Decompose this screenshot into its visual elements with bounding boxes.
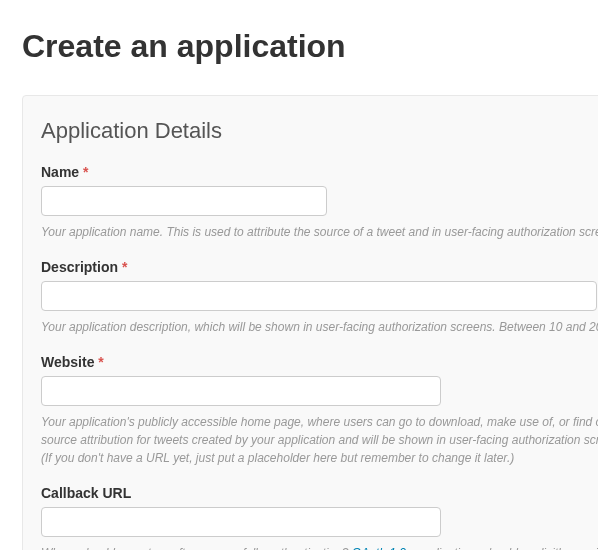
required-asterisk: * [122, 259, 127, 275]
website-help-line1: Your application's publicly accessible h… [41, 415, 598, 429]
website-label-text: Website [41, 354, 94, 370]
field-callback-url: Callback URL Where should we return afte… [41, 485, 588, 550]
description-label-text: Description [41, 259, 118, 275]
oauth-link[interactable]: OAuth 1.0a [352, 546, 413, 550]
page-title: Create an application [22, 28, 598, 65]
callback-help: Where should we return after successfull… [41, 544, 588, 550]
callback-label: Callback URL [41, 485, 588, 501]
name-input[interactable] [41, 186, 327, 216]
name-help: Your application name. This is used to a… [41, 223, 588, 241]
application-details-panel: Application Details Name * Your applicat… [22, 95, 598, 550]
field-website: Website * Your application's publicly ac… [41, 354, 588, 467]
description-input[interactable] [41, 281, 597, 311]
description-help: Your application description, which will… [41, 318, 588, 336]
website-label: Website * [41, 354, 588, 370]
website-help-line3: (If you don't have a URL yet, just put a… [41, 451, 514, 465]
name-label-text: Name [41, 164, 79, 180]
panel-title: Application Details [41, 118, 588, 144]
callback-url-input[interactable] [41, 507, 441, 537]
website-help-line2: source attribution for tweets created by… [41, 433, 598, 447]
field-description: Description * Your application descripti… [41, 259, 588, 336]
website-input[interactable] [41, 376, 441, 406]
website-help: Your application's publicly accessible h… [41, 413, 588, 467]
callback-label-text: Callback URL [41, 485, 131, 501]
callback-help-a: Where should we return after successfull… [41, 546, 352, 550]
required-asterisk: * [98, 354, 103, 370]
field-name: Name * Your application name. This is us… [41, 164, 588, 241]
callback-help-b: applications should explicitly specify t… [413, 546, 598, 550]
name-label: Name * [41, 164, 588, 180]
required-asterisk: * [83, 164, 88, 180]
description-label: Description * [41, 259, 588, 275]
